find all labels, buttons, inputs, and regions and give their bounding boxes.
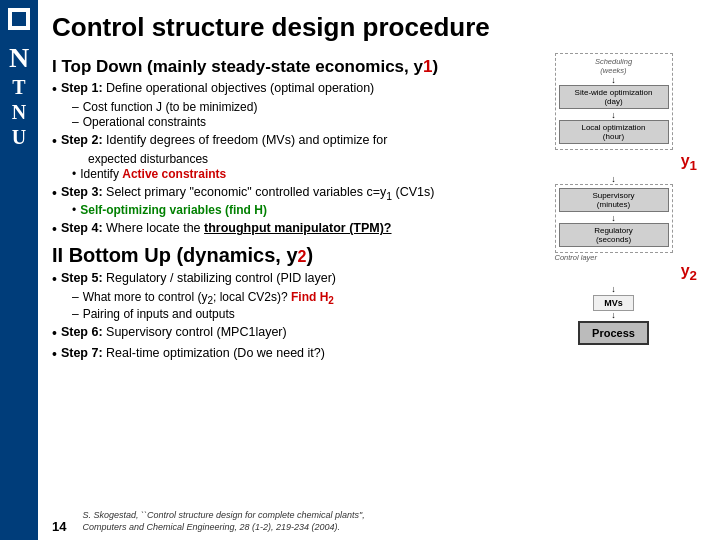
control-layer-label: Control layer xyxy=(555,253,673,262)
step5-bullet: • Step 5: Regulatory / stabilizing contr… xyxy=(52,271,511,288)
ntnu-icon-square xyxy=(8,8,30,30)
diagram-top-section: Scheduling(weeks) ↓ Site-wide optimizati… xyxy=(555,53,673,150)
step7-bullet: • Step 7: Real-time optimization (Do we … xyxy=(52,346,511,363)
step3-bullet: • Step 3: Select primary "economic" cont… xyxy=(52,185,511,202)
diag-box-regulatory: Regulatory(seconds) xyxy=(559,223,669,247)
step6-group: • Step 6: Supervisory control (MPC1layer… xyxy=(52,325,511,342)
step6-bullet: • Step 6: Supervisory control (MPC1layer… xyxy=(52,325,511,342)
step5-sub2: – Pairing of inputs and outputs xyxy=(72,307,511,321)
right-column: Scheduling(weeks) ↓ Site-wide optimizati… xyxy=(521,53,706,367)
step2-bullet: • Step 2: Identify degrees of freedom (M… xyxy=(52,133,511,150)
footer-reference: S. Skogestad, ``Control structure design… xyxy=(82,509,364,534)
step2-group: • Step 2: Identify degrees of freedom (M… xyxy=(52,133,511,181)
step3-sub1: • Self-optimizing variables (find H) xyxy=(72,203,511,217)
page-number: 14 xyxy=(52,519,66,534)
step4-group: • Step 4: Where locate the throughput ma… xyxy=(52,221,511,238)
content-row: I Top Down (mainly steady-state economic… xyxy=(52,53,706,367)
diag-box-supervisory: Supervisory(minutes) xyxy=(559,188,669,212)
sidebar-letter-u: U xyxy=(12,126,26,149)
diag-box-local: Local optimization(hour) xyxy=(559,120,669,144)
main-content: Control structure design procedure I Top… xyxy=(38,0,720,540)
section1-header: I Top Down (mainly steady-state economic… xyxy=(52,57,511,77)
step7-group: • Step 7: Real-time optimization (Do we … xyxy=(52,346,511,363)
sidebar-letter-t: T xyxy=(12,76,25,99)
step1-sub2: – Operational constraints xyxy=(72,115,511,129)
step3-group: • Step 3: Select primary "economic" cont… xyxy=(52,185,511,218)
step1-bullet: • Step 1: Define operational objectives … xyxy=(52,81,511,98)
mvs-box: MVs xyxy=(593,295,634,311)
y1-label: y1 xyxy=(681,152,697,173)
sidebar-letter-n: N xyxy=(9,42,29,74)
left-column: I Top Down (mainly steady-state economic… xyxy=(52,53,511,367)
step2-sub2: • Identify Active constraints xyxy=(72,167,511,181)
section2-header: II Bottom Up (dynamics, y2) xyxy=(52,244,511,267)
step1-group: • Step 1: Define operational objectives … xyxy=(52,81,511,129)
sidebar: N T N U xyxy=(0,0,38,540)
step4-bullet: • Step 4: Where locate the throughput ma… xyxy=(52,221,511,238)
y2-label: y2 xyxy=(681,262,697,283)
page-title: Control structure design procedure xyxy=(52,12,706,43)
diagram-container: Scheduling(weeks) ↓ Site-wide optimizati… xyxy=(526,53,701,345)
sidebar-letter-n2: N xyxy=(12,101,26,124)
diagram-bottom-section: Supervisory(minutes) ↓ Regulatory(second… xyxy=(555,184,673,253)
step5-group: • Step 5: Regulatory / stabilizing contr… xyxy=(52,271,511,321)
footer: 14 S. Skogestad, ``Control structure des… xyxy=(52,509,710,534)
step2-sub1: expected disturbances xyxy=(72,152,511,166)
diag-box-sitewide: Site-wide optimization(day) xyxy=(559,85,669,109)
process-box: Process xyxy=(578,321,649,345)
step1-sub1: – Cost function J (to be minimized) xyxy=(72,100,511,114)
step5-sub1: – What more to control (y2; local CV2s)?… xyxy=(72,290,511,306)
